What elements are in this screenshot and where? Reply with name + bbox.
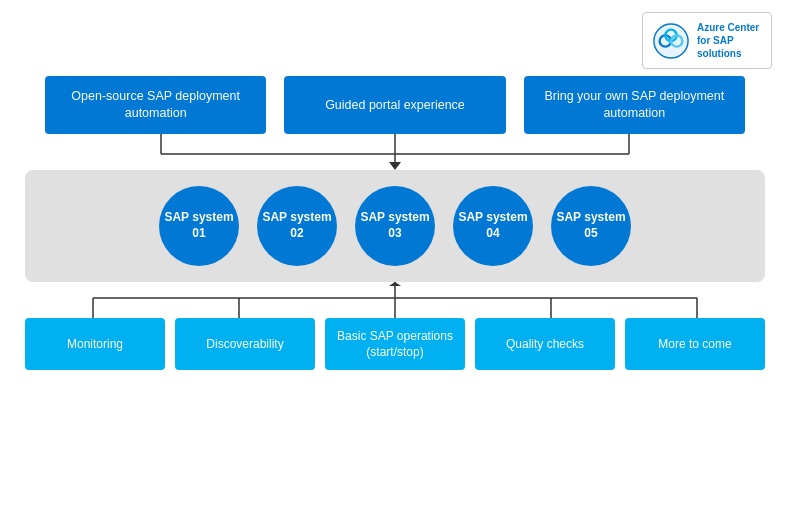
top-box-open-source: Open-source SAP deployment automation <box>45 76 266 134</box>
top-box-bring-own: Bring your own SAP deployment automation <box>524 76 745 134</box>
top-boxes-row: Open-source SAP deployment automation Gu… <box>45 76 745 134</box>
azure-logo-text: Azure Center for SAP solutions <box>697 21 761 60</box>
bottom-box-more-to-come: More to come <box>625 318 765 370</box>
sap-circle-02: SAP system 02 <box>257 186 337 266</box>
sap-circle-03: SAP system 03 <box>355 186 435 266</box>
sap-circle-01: SAP system 01 <box>159 186 239 266</box>
connectors-bottom <box>25 282 765 318</box>
sap-circle-05: SAP system 05 <box>551 186 631 266</box>
bottom-box-discoverability: Discoverability <box>175 318 315 370</box>
top-box-guided-portal: Guided portal experience <box>284 76 505 134</box>
azure-icon <box>653 23 689 59</box>
azure-logo: Azure Center for SAP solutions <box>642 12 772 69</box>
bottom-box-quality-checks: Quality checks <box>475 318 615 370</box>
svg-marker-10 <box>389 162 401 170</box>
main-container: Azure Center for SAP solutions Open-sour… <box>0 0 790 532</box>
connectors-top <box>45 134 745 170</box>
bottom-box-basic-ops: Basic SAP operations (start/stop) <box>325 318 465 370</box>
middle-band: SAP system 01 SAP system 02 SAP system 0… <box>25 170 765 282</box>
svg-marker-12 <box>389 282 401 286</box>
sap-circle-04: SAP system 04 <box>453 186 533 266</box>
bottom-box-monitoring: Monitoring <box>25 318 165 370</box>
bottom-boxes-row: Monitoring Discoverability Basic SAP ope… <box>25 318 765 370</box>
